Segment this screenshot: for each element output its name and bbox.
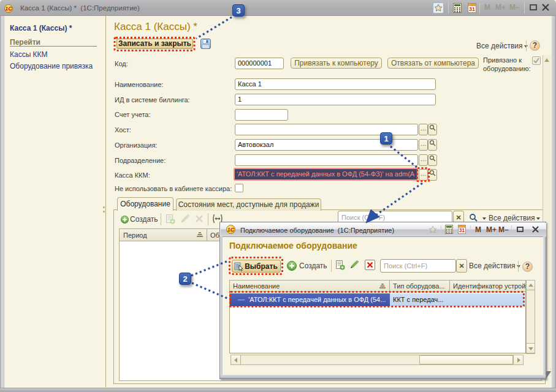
svg-text:31: 31 [459,227,465,233]
svg-text:31: 31 [469,6,475,12]
